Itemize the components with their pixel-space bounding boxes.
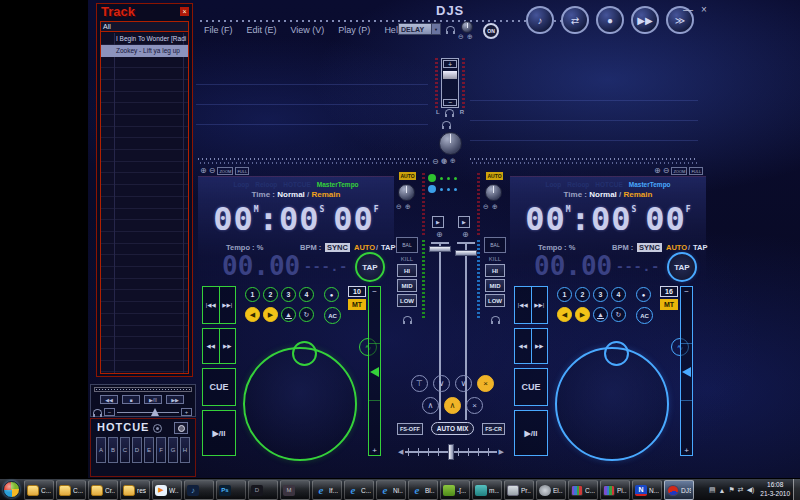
taskbar-button[interactable]: ♪ xyxy=(184,480,214,500)
master-tempo-button[interactable]: MT xyxy=(660,299,678,310)
preview-volume-slider[interactable] xyxy=(117,408,179,416)
hotcue-letter-button[interactable]: E xyxy=(144,437,154,463)
tempo-slider-pointer[interactable] xyxy=(370,367,379,377)
eq-kill-button[interactable]: HI xyxy=(485,264,505,277)
trim-knob-right[interactable] xyxy=(485,184,502,201)
action-center-flag-icon[interactable]: ⚑ xyxy=(728,486,734,494)
trim-minus-plus-right[interactable]: ⊖⊕ xyxy=(483,203,501,211)
hotcue-letter-button[interactable]: A xyxy=(96,437,106,463)
eq-kill-button[interactable]: LOW xyxy=(397,294,417,307)
channel-fader-handle[interactable] xyxy=(429,246,451,252)
tempo-slider[interactable]: − + xyxy=(368,286,381,456)
network-icon[interactable]: ⇄ xyxy=(738,486,744,494)
loop-control-button[interactable]: ↻ xyxy=(611,307,626,322)
memory-button[interactable]: ● xyxy=(636,287,651,302)
close-button[interactable]: × xyxy=(698,4,710,15)
track-rows[interactable]: I Begin To Wonder [RadiZookey - Lift ya … xyxy=(101,33,188,373)
crossfader-curve-button[interactable]: ∧ xyxy=(444,397,461,414)
auto-bpm-label[interactable]: AUTO xyxy=(354,243,375,252)
play-pause-button[interactable]: ▶/II xyxy=(514,410,548,456)
track-row[interactable]: Zookey - Lift ya leg up xyxy=(101,45,188,57)
taskbar-button[interactable]: N N... xyxy=(632,480,662,500)
tempo-slider-pointer[interactable] xyxy=(682,367,691,377)
track-list-filter[interactable]: All xyxy=(101,22,188,32)
taskbar-button[interactable]: Ei... xyxy=(536,480,566,500)
master-fader-handle[interactable] xyxy=(443,71,457,79)
time-mode-normal[interactable]: Normal xyxy=(277,190,305,199)
master-effect-button[interactable]: ● xyxy=(596,6,624,34)
taskbar-button[interactable]: Ps xyxy=(216,480,246,500)
taskbar-button[interactable]: C... xyxy=(568,480,598,500)
taskbar-button[interactable]: e Bl... xyxy=(408,480,438,500)
channel-fader-handle[interactable] xyxy=(455,250,477,256)
hotcue-number-button[interactable]: 3 xyxy=(593,287,608,302)
channel-fader-right[interactable] xyxy=(457,242,475,420)
channel-fader-left[interactable] xyxy=(431,242,449,420)
crossfader[interactable]: ◀ ▶ xyxy=(398,444,504,460)
start-button[interactable] xyxy=(3,481,20,498)
taskbar-button[interactable]: D xyxy=(248,480,278,500)
memory-button[interactable]: ● xyxy=(324,287,339,302)
cue-headphones-icon[interactable] xyxy=(403,316,412,322)
hotcue-number-button[interactable]: 2 xyxy=(263,287,278,302)
auto-bpm-label[interactable]: AUTO xyxy=(666,243,687,252)
loop-control-button[interactable]: ◀ xyxy=(245,307,260,322)
crossfader-curve-button[interactable]: × xyxy=(477,375,494,392)
volume-icon[interactable]: ◀) xyxy=(747,486,755,494)
preview-progress-bar[interactable] xyxy=(94,387,192,392)
preview-volume-minus[interactable]: − xyxy=(104,408,115,416)
loop-control-button[interactable]: ↻ xyxy=(299,307,314,322)
master-volume-fader[interactable]: + − xyxy=(441,58,459,108)
master-fader-minus[interactable]: − xyxy=(443,99,457,106)
time-mode-normal[interactable]: Normal xyxy=(589,190,617,199)
menu-item[interactable]: File (F) xyxy=(204,25,233,35)
cue-button[interactable]: CUE xyxy=(514,368,548,406)
track-row[interactable]: I Begin To Wonder [Radi xyxy=(101,33,188,45)
fader-start-right[interactable]: ▶ xyxy=(458,216,470,228)
hotcue-letter-button[interactable]: B xyxy=(108,437,118,463)
fader-start-cross-button[interactable]: FS-CR xyxy=(482,423,505,435)
menu-item[interactable]: Play (P) xyxy=(338,25,370,35)
crossfader-curve-button[interactable]: ⊤ xyxy=(411,375,428,392)
loop-control-button[interactable]: ▶ xyxy=(263,307,278,322)
hotcue-number-button[interactable]: 1 xyxy=(245,287,260,302)
next-track-button[interactable]: ▶▶| xyxy=(219,287,236,323)
master-effect-button[interactable]: ▶▶ xyxy=(631,6,659,34)
balance-box[interactable]: BAL xyxy=(396,237,418,253)
previous-track-button[interactable]: |◀◀ xyxy=(203,287,219,323)
preview-transport-button[interactable]: ◀◀ xyxy=(100,395,118,404)
crossfader-curve-button[interactable]: × xyxy=(466,397,483,414)
taskbar-button[interactable]: -[... xyxy=(440,480,470,500)
crossfader-curve-button[interactable]: ∧ xyxy=(422,397,439,414)
search-back-button[interactable]: ◀◀ xyxy=(203,329,219,363)
trim-minus-plus-left[interactable]: ⊖⊕ xyxy=(396,203,414,211)
eq-kill-button[interactable]: HI xyxy=(397,264,417,277)
effect-knob-minus-plus[interactable]: ⊖⊕ xyxy=(458,33,476,41)
fader-start-off-button[interactable]: FS-OFF xyxy=(397,423,423,435)
tap-button[interactable]: TAP xyxy=(667,252,697,282)
tap-button[interactable]: TAP xyxy=(355,252,385,282)
taskbar-button[interactable]: e C... xyxy=(344,480,374,500)
taskbar-button[interactable]: ▶ W... xyxy=(152,480,182,500)
browser-close-button[interactable]: × xyxy=(180,7,189,16)
hotcue-letter-button[interactable]: F xyxy=(156,437,166,463)
sync-button[interactable]: SYNC xyxy=(637,243,662,252)
balance-box[interactable]: BAL xyxy=(484,237,506,253)
auto-cue-button[interactable]: AC xyxy=(636,307,653,324)
effect-on-button[interactable]: ON xyxy=(483,23,499,39)
eq-kill-button[interactable]: MID xyxy=(397,279,417,292)
taskbar-button[interactable]: C... xyxy=(24,480,54,500)
search-back-button[interactable]: ◀◀ xyxy=(515,329,531,363)
hotcue-number-button[interactable]: 3 xyxy=(281,287,296,302)
preview-transport-button[interactable]: ▶/II xyxy=(144,395,162,404)
menu-item[interactable]: View (V) xyxy=(291,25,325,35)
hidden-icons-arrow[interactable]: ▲ xyxy=(719,487,726,494)
taskbar-button[interactable]: Pi... xyxy=(600,480,630,500)
hotcue-number-button[interactable]: 4 xyxy=(299,287,314,302)
clock[interactable]: 16:08 21-3-2010 xyxy=(760,481,790,499)
eq-kill-button[interactable]: LOW xyxy=(485,294,505,307)
hotcue-letter-button[interactable]: H xyxy=(180,437,190,463)
hotcue-letter-button[interactable]: D xyxy=(132,437,142,463)
hotcue-number-button[interactable]: 4 xyxy=(611,287,626,302)
effect-level-knob[interactable] xyxy=(461,21,473,33)
